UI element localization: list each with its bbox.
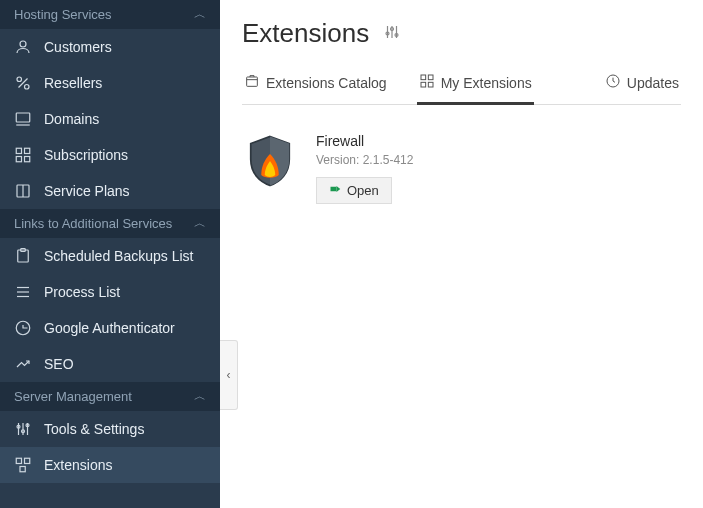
open-button[interactable]: Open xyxy=(316,177,392,204)
sidebar-item-process-list[interactable]: Process List xyxy=(0,274,220,310)
nav-label: Tools & Settings xyxy=(44,421,144,437)
sidebar-item-customers[interactable]: Customers xyxy=(0,29,220,65)
svg-point-2 xyxy=(25,85,30,90)
section-label: Server Management xyxy=(14,389,132,404)
tab-label: My Extensions xyxy=(441,75,532,91)
svg-rect-8 xyxy=(16,157,21,162)
svg-rect-25 xyxy=(25,458,30,463)
nav-label: Resellers xyxy=(44,75,102,91)
extension-name: Firewall xyxy=(316,133,413,149)
grid-icon xyxy=(419,73,435,92)
sidebar-item-scheduled-backups[interactable]: Scheduled Backups List xyxy=(0,238,220,274)
sidebar-item-domains[interactable]: Domains xyxy=(0,101,220,137)
settings-sliders-icon[interactable] xyxy=(383,23,401,45)
book-icon xyxy=(14,182,32,200)
section-label: Hosting Services xyxy=(14,7,112,22)
nav-label: SEO xyxy=(44,356,74,372)
section-server-management[interactable]: Server Management ︿ xyxy=(0,382,220,411)
tab-label: Extensions Catalog xyxy=(266,75,387,91)
nav-label: Service Plans xyxy=(44,183,130,199)
svg-rect-33 xyxy=(247,77,258,86)
user-icon xyxy=(14,38,32,56)
percent-icon xyxy=(14,74,32,92)
sidebar-item-service-plans[interactable]: Service Plans xyxy=(0,173,220,209)
nav-label: Process List xyxy=(44,284,120,300)
section-hosting-services[interactable]: Hosting Services ︿ xyxy=(0,0,220,29)
svg-rect-26 xyxy=(20,467,25,472)
tabs: Extensions Catalog My Extensions Updates xyxy=(242,67,681,105)
catalog-icon xyxy=(244,73,260,92)
page-title-row: Extensions xyxy=(242,18,681,49)
open-arrow-icon xyxy=(329,183,341,198)
extension-version: Version: 2.1.5-412 xyxy=(316,153,413,167)
page-title: Extensions xyxy=(242,18,369,49)
svg-rect-9 xyxy=(25,157,30,162)
svg-rect-36 xyxy=(421,82,426,87)
nav-label: Extensions xyxy=(44,457,112,473)
svg-point-1 xyxy=(17,77,22,82)
sidebar-item-subscriptions[interactable]: Subscriptions xyxy=(0,137,220,173)
svg-rect-24 xyxy=(16,458,21,463)
nav-label: Scheduled Backups List xyxy=(44,248,193,264)
svg-rect-35 xyxy=(428,75,433,80)
chart-icon xyxy=(14,355,32,373)
refresh-icon xyxy=(605,73,621,92)
nav-label: Subscriptions xyxy=(44,147,128,163)
section-label: Links to Additional Services xyxy=(14,216,172,231)
tab-extensions-catalog[interactable]: Extensions Catalog xyxy=(242,67,389,105)
tab-my-extensions[interactable]: My Extensions xyxy=(417,67,534,105)
firewall-shield-icon xyxy=(242,133,298,189)
extension-card: Firewall Version: 2.1.5-412 Open xyxy=(242,133,681,204)
sidebar: Hosting Services ︿ Customers Resellers D… xyxy=(0,0,220,508)
nav-label: Google Authenticator xyxy=(44,320,175,336)
list-icon xyxy=(14,283,32,301)
tab-updates[interactable]: Updates xyxy=(603,67,681,105)
sliders-icon xyxy=(14,420,32,438)
extension-info: Firewall Version: 2.1.5-412 Open xyxy=(316,133,413,204)
nav-label: Customers xyxy=(44,39,112,55)
nav-label: Domains xyxy=(44,111,99,127)
main-content: Extensions Extensions Catalog My Extensi… xyxy=(220,0,703,508)
monitor-icon xyxy=(14,110,32,128)
tab-label: Updates xyxy=(627,75,679,91)
svg-rect-39 xyxy=(331,187,337,192)
svg-rect-34 xyxy=(421,75,426,80)
clipboard-icon xyxy=(14,247,32,265)
grid-icon xyxy=(14,146,32,164)
open-label: Open xyxy=(347,183,379,198)
sidebar-item-resellers[interactable]: Resellers xyxy=(0,65,220,101)
sidebar-item-google-authenticator[interactable]: Google Authenticator xyxy=(0,310,220,346)
chevron-up-icon: ︿ xyxy=(194,388,206,405)
svg-rect-6 xyxy=(16,148,21,153)
svg-rect-37 xyxy=(428,82,433,87)
sidebar-item-seo[interactable]: SEO xyxy=(0,346,220,382)
google-icon xyxy=(14,319,32,337)
sidebar-item-extensions[interactable]: Extensions xyxy=(0,447,220,483)
svg-rect-7 xyxy=(25,148,30,153)
chevron-up-icon: ︿ xyxy=(194,6,206,23)
extensions-icon xyxy=(14,456,32,474)
section-links-additional[interactable]: Links to Additional Services ︿ xyxy=(0,209,220,238)
svg-point-0 xyxy=(20,41,26,47)
svg-rect-4 xyxy=(16,113,30,122)
chevron-up-icon: ︿ xyxy=(194,215,206,232)
svg-line-3 xyxy=(19,79,28,88)
sidebar-item-tools-settings[interactable]: Tools & Settings xyxy=(0,411,220,447)
